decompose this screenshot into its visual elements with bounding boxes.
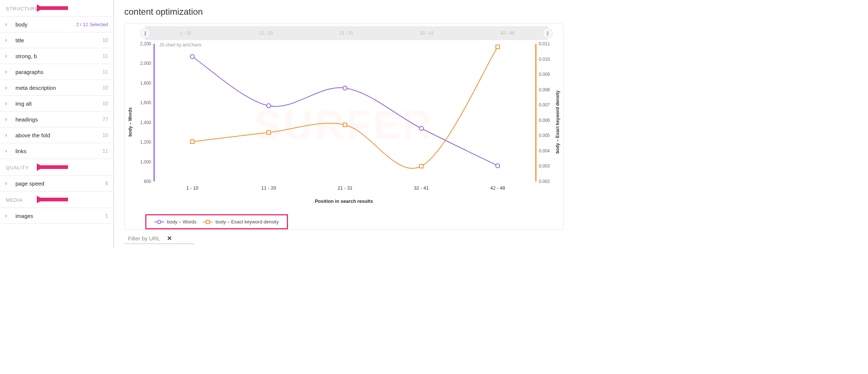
svg-text:0.004: 0.004 bbox=[539, 148, 550, 154]
section-title: STRUCTURE bbox=[6, 6, 39, 11]
chevron-right-icon: › bbox=[5, 132, 13, 138]
item-label: paragraphs bbox=[15, 69, 102, 75]
x-axis-label: Position in search results bbox=[134, 198, 554, 204]
sidebar-item-strong-b[interactable]: › strong, b 11 bbox=[0, 48, 113, 64]
item-count: 77 bbox=[102, 116, 108, 122]
svg-text:42 - 48: 42 - 48 bbox=[490, 185, 505, 191]
svg-point-28 bbox=[190, 54, 194, 59]
item-label: images bbox=[15, 213, 105, 219]
chart-card: ‖ 1 - 10 11 - 20 21 - 31 32 - 41 42 - 48… bbox=[124, 24, 563, 230]
item-count: 10 bbox=[102, 37, 108, 43]
sidebar-item-images[interactable]: › images 1 bbox=[0, 208, 113, 224]
item-label: page speed bbox=[15, 180, 105, 187]
close-icon[interactable]: ✕ bbox=[167, 235, 172, 242]
chart-legend: body – Words body – Exact keyword densit… bbox=[145, 214, 288, 229]
item-count: 10 bbox=[102, 85, 108, 91]
square-marker-icon bbox=[206, 220, 210, 224]
svg-point-29 bbox=[267, 104, 271, 108]
filter-placeholder: Filter by URL bbox=[128, 235, 160, 241]
svg-rect-34 bbox=[267, 131, 270, 134]
chart-plot[interactable]: JS chart by amCharts SURFER 8001,0001,20… bbox=[134, 40, 554, 204]
sidebar-item-above-the-fold[interactable]: › above the fold 10 bbox=[0, 127, 113, 143]
chart-svg: 8001,0001,2001,4001,6001,8002,0002,2000.… bbox=[134, 40, 554, 195]
svg-text:1,000: 1,000 bbox=[140, 159, 151, 165]
sidebar: STRUCTURE › body 2 / 12 Selected › title… bbox=[0, 0, 114, 248]
range-handle-right[interactable]: ‖ bbox=[542, 28, 553, 38]
svg-text:0.009: 0.009 bbox=[539, 72, 550, 77]
sidebar-item-paragraphs[interactable]: › paragraphs 11 bbox=[0, 64, 113, 80]
annotation-arrow-icon bbox=[37, 161, 70, 173]
svg-rect-35 bbox=[343, 123, 347, 127]
svg-rect-33 bbox=[191, 140, 194, 144]
range-cat: 11 - 20 bbox=[226, 31, 306, 36]
legend-item-words[interactable]: body – Words bbox=[154, 219, 196, 225]
chevron-right-icon: › bbox=[5, 84, 13, 91]
svg-text:0.002: 0.002 bbox=[539, 179, 550, 184]
chart-credit[interactable]: JS chart by amCharts bbox=[159, 42, 202, 47]
sidebar-item-body[interactable]: › body 2 / 12 Selected bbox=[0, 17, 113, 32]
y-axis-right-label: body – Exact keyword density bbox=[554, 40, 561, 204]
item-count: 6 bbox=[105, 180, 108, 186]
chevron-right-icon: › bbox=[5, 180, 13, 187]
chevron-right-icon: › bbox=[5, 68, 13, 75]
svg-text:0.008: 0.008 bbox=[539, 87, 550, 92]
svg-text:2,200: 2,200 bbox=[140, 41, 151, 46]
legend-label: body – Exact keyword density bbox=[216, 219, 279, 225]
svg-text:0.007: 0.007 bbox=[539, 102, 550, 107]
svg-point-31 bbox=[419, 126, 423, 130]
item-label: body bbox=[15, 21, 76, 28]
sidebar-item-page-speed[interactable]: › page speed 6 bbox=[0, 176, 113, 191]
item-selected-count: 2 / 12 Selected bbox=[76, 22, 108, 27]
list-quality: › page speed 6 bbox=[0, 176, 113, 191]
svg-point-32 bbox=[496, 164, 500, 168]
svg-point-30 bbox=[343, 86, 347, 90]
chevron-right-icon: › bbox=[5, 21, 13, 28]
item-label: above the fold bbox=[15, 132, 102, 138]
annotation-arrow-icon bbox=[37, 2, 70, 14]
item-label: links bbox=[15, 148, 102, 154]
chevron-right-icon: › bbox=[5, 100, 13, 107]
svg-text:1 - 10: 1 - 10 bbox=[186, 185, 198, 191]
svg-text:0.003: 0.003 bbox=[539, 163, 550, 169]
item-label: title bbox=[15, 37, 102, 43]
sidebar-item-title[interactable]: › title 10 bbox=[0, 32, 113, 48]
page-title: content optimization bbox=[124, 7, 563, 17]
legend-line-icon bbox=[203, 222, 213, 222]
filter-by-url[interactable]: Filter by URL ✕ bbox=[124, 230, 194, 244]
svg-rect-36 bbox=[420, 164, 423, 168]
list-media: › images 1 bbox=[0, 208, 113, 224]
sidebar-item-links[interactable]: › links 11 bbox=[0, 143, 113, 159]
svg-rect-37 bbox=[496, 45, 499, 49]
svg-text:0.010: 0.010 bbox=[539, 57, 550, 62]
item-count: 11 bbox=[102, 148, 108, 154]
sidebar-item-img-alt[interactable]: › img alt 10 bbox=[0, 96, 113, 112]
sidebar-item-headings[interactable]: › headings 77 bbox=[0, 112, 113, 127]
chevron-right-icon: › bbox=[5, 53, 13, 59]
chevron-right-icon: › bbox=[5, 116, 13, 123]
svg-text:1,800: 1,800 bbox=[140, 81, 151, 86]
svg-text:1,600: 1,600 bbox=[140, 100, 151, 105]
item-label: strong, b bbox=[15, 53, 102, 59]
item-count: 10 bbox=[102, 132, 108, 138]
range-handle-left[interactable]: ‖ bbox=[140, 28, 150, 38]
legend-line-icon bbox=[154, 222, 164, 222]
item-count: 11 bbox=[102, 53, 108, 59]
annotation-arrow-icon bbox=[37, 193, 70, 206]
svg-text:1,400: 1,400 bbox=[140, 120, 151, 125]
svg-text:11 - 20: 11 - 20 bbox=[261, 185, 276, 191]
chevron-right-icon: › bbox=[5, 212, 13, 219]
section-title: QUALITY bbox=[6, 165, 29, 170]
range-cat: 32 - 41 bbox=[387, 31, 467, 36]
list-structure: › body 2 / 12 Selected › title 10 › stro… bbox=[0, 17, 113, 159]
svg-text:1,200: 1,200 bbox=[140, 140, 151, 145]
section-title: MEDIA bbox=[6, 197, 23, 203]
sidebar-item-meta-description[interactable]: › meta description 10 bbox=[0, 80, 113, 96]
range-cat: 1 - 10 bbox=[145, 31, 226, 36]
svg-text:2,000: 2,000 bbox=[140, 61, 151, 66]
main-content: content optimization ‖ 1 - 10 11 - 20 21… bbox=[114, 0, 574, 248]
item-count: 1 bbox=[105, 213, 108, 219]
svg-text:32 - 41: 32 - 41 bbox=[414, 185, 428, 191]
range-scrollbar[interactable]: ‖ 1 - 10 11 - 20 21 - 31 32 - 41 42 - 48… bbox=[145, 26, 548, 40]
item-count: 11 bbox=[102, 69, 108, 75]
legend-item-density[interactable]: body – Exact keyword density bbox=[203, 219, 279, 225]
